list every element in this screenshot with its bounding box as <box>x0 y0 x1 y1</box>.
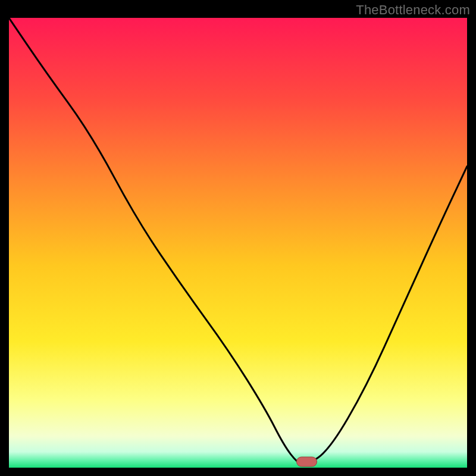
optimum-marker <box>297 457 317 466</box>
app-frame: TheBottleneck.com <box>0 0 476 476</box>
bottleneck-chart <box>9 18 467 468</box>
chart-background-gradient <box>9 18 467 468</box>
chart-plot-area <box>9 18 467 468</box>
watermark-text: TheBottleneck.com <box>356 2 470 18</box>
